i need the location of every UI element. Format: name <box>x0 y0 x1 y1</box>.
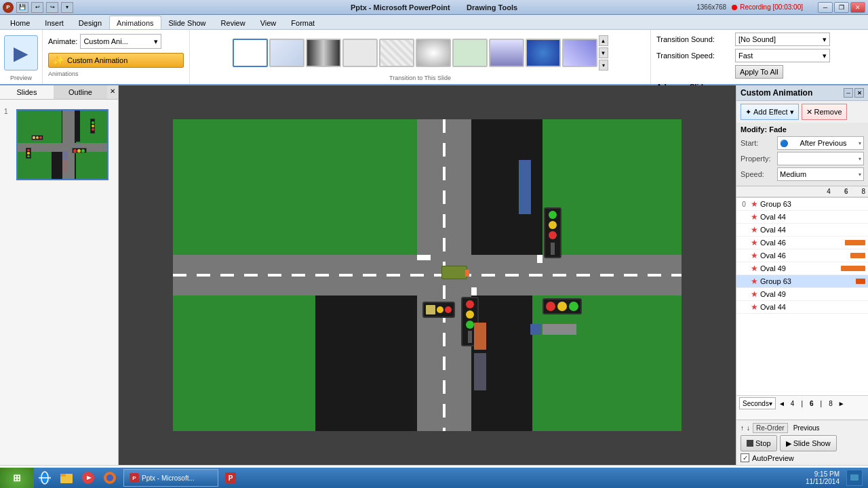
anim-item-6[interactable]: ★ Group 63 <box>736 275 868 288</box>
minimize-button[interactable]: ─ <box>818 2 833 13</box>
anim-item-2[interactable]: ★ Oval 44 <box>736 224 868 237</box>
custom-animation-button[interactable]: ✨ Custom Animation <box>48 53 184 68</box>
transition-sound-value: [No Sound] <box>738 35 776 43</box>
timeline-divider-2: | <box>819 400 824 407</box>
tab-insert[interactable]: Insert <box>37 16 71 29</box>
anim-item-3[interactable]: ★ Oval 46 <box>736 237 868 249</box>
transition-2[interactable] <box>306 39 341 67</box>
modify-section: Modify: Fade Start: 🔵 After Previous ▾ P… <box>736 123 868 186</box>
taskbar-powerpoint-button[interactable]: P Pptx - Microsoft... <box>123 469 218 487</box>
panel-close-button[interactable]: ✕ <box>107 85 118 96</box>
play-stop-button[interactable]: Stop <box>741 435 777 451</box>
start-dropdown[interactable]: 🔵 After Previous ▾ <box>777 136 864 150</box>
tab-design[interactable]: Design <box>71 16 109 29</box>
taskbar-media[interactable] <box>79 468 98 487</box>
taskbar-ff[interactable] <box>100 468 119 487</box>
transition-sound-arrow: ▾ <box>823 35 827 44</box>
show-desktop-btn[interactable] <box>846 470 863 486</box>
tab-view[interactable]: View <box>253 16 284 29</box>
remove-icon: ✕ <box>806 108 812 117</box>
slides-tab[interactable]: Slides <box>0 85 54 99</box>
start-button[interactable]: ⊞ <box>0 468 34 488</box>
tab-format[interactable]: Format <box>283 16 322 29</box>
anim-item-star-7: ★ <box>751 289 758 299</box>
anim-item-name-0: Group 63 <box>760 200 865 208</box>
titlebar-left: P 💾 ↩ ↪ ▾ <box>3 2 73 13</box>
reorder-button[interactable]: Re-Order <box>753 423 788 433</box>
animate-label: Animate: <box>48 37 77 45</box>
anim-item-7[interactable]: ★ Oval 49 <box>736 288 868 301</box>
start-row: Start: 🔵 After Previous ▾ <box>741 136 864 150</box>
anim-item-name-5: Oval 49 <box>760 264 837 272</box>
anim-bar-4 <box>850 253 865 258</box>
green-area-topright <box>542 119 682 255</box>
transition-speed-dropdown[interactable]: Fast ▾ <box>735 49 830 62</box>
slide-canvas[interactable] <box>119 85 736 465</box>
transition-7[interactable] <box>489 39 524 67</box>
anim-item-1[interactable]: ★ Oval 44 <box>736 211 868 224</box>
tab-slideshow[interactable]: Slide Show <box>161 16 214 29</box>
anim-item-5[interactable]: ★ Oval 49 <box>736 262 868 275</box>
apply-to-all-button[interactable]: Apply To All <box>735 65 783 79</box>
autopreview-row: AutoPreview <box>741 453 864 462</box>
speed-dropdown[interactable]: Medium ▾ <box>777 167 864 181</box>
transition-5[interactable] <box>416 39 451 67</box>
tab-home[interactable]: Home <box>3 16 37 29</box>
prev-timeline-arrow[interactable]: ◄ <box>778 400 785 407</box>
save-icon[interactable]: 💾 <box>16 2 28 13</box>
preview-button[interactable]: ▶ <box>4 35 38 70</box>
remove-button[interactable]: ✕ Remove <box>802 104 847 120</box>
seconds-dropdown[interactable]: Seconds ▾ <box>739 397 776 409</box>
transition-more[interactable]: ▾ <box>599 60 608 70</box>
play-btns: Stop ▶ Slide Show <box>741 435 864 451</box>
light-post-2 <box>468 331 472 343</box>
close-button[interactable]: ✕ <box>850 2 865 13</box>
stop-line-1 <box>417 255 431 260</box>
transition-6[interactable] <box>452 39 488 67</box>
outline-tab[interactable]: Outline <box>54 85 107 99</box>
reorder-label: Re-Order <box>756 424 785 432</box>
tab-review[interactable]: Review <box>214 16 253 29</box>
transition-scroll-down[interactable]: ▼ <box>599 47 608 58</box>
taskbar-app2[interactable]: P <box>221 468 240 487</box>
custom-animation-panel: Custom Animation ─ ✕ ✦ Add Effect ▾ ✕ Re… <box>736 85 868 465</box>
modify-title: Modify: Fade <box>741 125 864 134</box>
restore-button[interactable]: ❐ <box>834 2 849 13</box>
light-red-2 <box>466 300 474 308</box>
undo-icon[interactable]: ↩ <box>31 2 43 13</box>
app-name-label: Pptx - Microsoft PowerPoint <box>351 3 450 12</box>
transition-1[interactable] <box>269 39 304 67</box>
property-value <box>780 155 782 163</box>
property-dropdown[interactable]: ▾ <box>777 152 864 165</box>
transition-8[interactable] <box>526 39 561 67</box>
transition-sound-dropdown[interactable]: [No Sound] ▾ <box>735 33 830 46</box>
taskbar-explorer[interactable] <box>57 468 76 487</box>
next-timeline-arrow[interactable]: ► <box>838 400 845 407</box>
transition-scroll-up[interactable]: ▲ <box>599 35 608 46</box>
customize-icon[interactable]: ▾ <box>61 2 73 13</box>
transition-4[interactable] <box>379 39 414 67</box>
anim-item-8[interactable]: ★ Oval 44 <box>736 301 868 314</box>
anim-panel-close[interactable]: ✕ <box>854 88 864 98</box>
add-effect-button[interactable]: ✦ Add Effect ▾ <box>741 104 799 120</box>
tab-animations[interactable]: Animations <box>109 16 161 29</box>
taskbar-clock: 9:15 PM 11/11/2014 <box>806 470 840 485</box>
light-red-1 <box>549 231 557 239</box>
slideshow-button[interactable]: ▶ Slide Show <box>780 435 837 451</box>
autopreview-checkbox[interactable] <box>741 453 749 462</box>
anim-item-0[interactable]: 0 ★ Group 63 <box>736 198 868 211</box>
transition-none[interactable] <box>233 39 268 67</box>
drawing-tools-label: Drawing Tools <box>467 3 517 12</box>
taskbar-browser-ie[interactable] <box>35 468 54 487</box>
slide-thumbnail[interactable] <box>16 109 108 180</box>
anim-panel-header: Custom Animation ─ ✕ <box>736 85 868 101</box>
animate-dropdown[interactable]: Custom Ani... ▾ <box>80 34 161 49</box>
apply-to-all-row: Apply To All <box>656 65 863 79</box>
anim-item-4[interactable]: ★ Oval 46 <box>736 249 868 262</box>
slide-list: 1 <box>0 100 118 190</box>
transition-3[interactable] <box>342 39 378 67</box>
svg-text:P: P <box>229 474 233 482</box>
transition-9[interactable] <box>562 39 597 67</box>
anim-panel-collapse[interactable]: ─ <box>844 88 853 98</box>
redo-icon[interactable]: ↪ <box>46 2 58 13</box>
